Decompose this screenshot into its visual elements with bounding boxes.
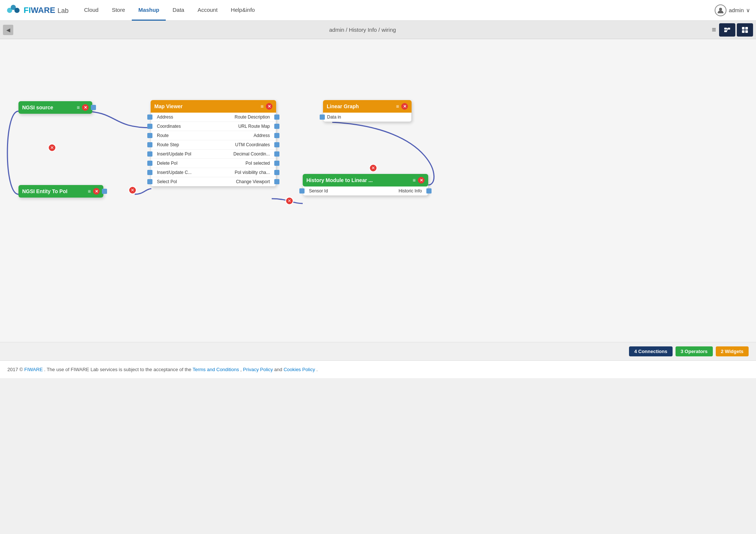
port-selectpoi-in[interactable] (147, 179, 152, 184)
copyright-text-before: 2017 © (7, 367, 24, 372)
map-viewer-row-insert-poi: Insert/Update PoI Decimal Coordin... (151, 150, 276, 159)
copyright-bar: 2017 © FIWARE . The use of FIWARE Lab se… (0, 360, 756, 378)
privacy-link[interactable]: Privacy Policy (243, 367, 273, 372)
map-viewer-close-icon[interactable]: ✕ (266, 103, 272, 110)
operators-badge: 3 Operators (676, 346, 713, 356)
port-poiselected-out[interactable] (274, 161, 279, 166)
copyright-text-middle: . The use of FIWARE Lab services is subj… (44, 367, 192, 372)
svg-rect-9 (742, 27, 745, 30)
port-coords-in[interactable] (147, 124, 152, 129)
port-address-out[interactable] (274, 133, 279, 138)
nav-helpinfo[interactable]: Help&info (224, 0, 261, 21)
ngsi-source-output-port[interactable] (91, 105, 96, 110)
historicinfo-label: Historic Info (365, 188, 424, 194)
port-poivisibility-out[interactable] (274, 170, 279, 175)
map-viewer-body: Address Route Description Coordinates UR… (151, 113, 276, 186)
ngsi-entity-output-port[interactable] (102, 189, 107, 194)
ngsi-entity-widget: NGSI Entity To PoI ≡ ✕ (18, 185, 103, 198)
svg-line-8 (727, 28, 728, 31)
sensorid-label: Sensor Id (307, 188, 365, 194)
ngsi-source-header: NGSI source ≡ ✕ (18, 101, 92, 114)
map-viewer-icons: ≡ ✕ (261, 103, 272, 110)
top-navigation: FIWARE Lab Cloud Store Mashup Data Accou… (0, 0, 756, 21)
copyright-and2: and (274, 367, 284, 372)
fiware-link[interactable]: FIWARE (24, 367, 43, 372)
connection-dot-3[interactable]: ✕ (285, 197, 293, 205)
linear-graph-close-icon[interactable]: ✕ (401, 103, 408, 110)
port-datain[interactable] (320, 114, 325, 120)
map-viewer-row-coords: Coordinates URL Route Map (151, 122, 276, 131)
history-module-header: History Module to Linear ... ≡ ✕ (303, 174, 428, 186)
breadcrumb: admin / History Info / wiring (16, 27, 709, 33)
port-sensorid-in[interactable] (299, 188, 305, 194)
linear-graph-datain-row: Data in (323, 113, 411, 121)
connections-badge: 4 Connections (629, 346, 673, 356)
port-decimal-out[interactable] (274, 151, 279, 157)
linear-graph-widget: Linear Graph ≡ ✕ Data in (323, 100, 412, 122)
nav-store[interactable]: Store (105, 0, 132, 21)
port-insertc-in[interactable] (147, 170, 152, 175)
connection-dot-1[interactable]: ✕ (48, 144, 56, 152)
admin-menu[interactable]: admin ∨ (715, 4, 750, 16)
wiring-button[interactable] (719, 23, 735, 37)
logo[interactable]: FIWARE Lab (6, 3, 69, 18)
svg-rect-5 (728, 28, 730, 30)
svg-rect-4 (724, 28, 727, 30)
map-viewer-row-address: Address Route Description (151, 113, 276, 122)
history-module-close-icon[interactable]: ✕ (418, 177, 425, 184)
admin-avatar-icon (715, 4, 726, 16)
linear-graph-header: Linear Graph ≡ ✕ (323, 100, 412, 113)
nav-cloud[interactable]: Cloud (78, 0, 105, 21)
port-urlroute-out[interactable] (274, 124, 279, 129)
ngsi-entity-label: NGSI Entity To PoI (22, 188, 68, 194)
history-module-menu-icon[interactable]: ≡ (413, 177, 416, 183)
svg-point-3 (719, 8, 722, 11)
connection-dot-4[interactable]: ✕ (369, 164, 377, 172)
breadcrumb-menu-button[interactable]: ≡ (709, 25, 719, 34)
history-module-body: Sensor Id Historic Info (303, 186, 428, 196)
svg-rect-7 (724, 30, 727, 32)
port-route-in[interactable] (147, 133, 152, 138)
nav-items: Cloud Store Mashup Data Account Help&inf… (78, 0, 715, 21)
nav-account[interactable]: Account (191, 0, 224, 21)
admin-button[interactable]: admin ∨ (715, 4, 750, 16)
ngsi-source-label: NGSI source (22, 105, 53, 110)
back-button[interactable]: ◀ (3, 25, 13, 35)
linear-graph-label: Linear Graph (327, 103, 359, 109)
port-utm-out[interactable] (274, 142, 279, 147)
map-viewer-row-select-poi: Select PoI Change Viewport (151, 177, 276, 186)
nav-mashup[interactable]: Mashup (132, 0, 166, 21)
history-module-icons: ≡ ✕ (413, 177, 425, 184)
port-address-in[interactable] (147, 114, 152, 120)
admin-chevron-icon: ∨ (746, 7, 750, 14)
ngsi-source-menu-icon[interactable]: ≡ (77, 105, 80, 110)
wiring-canvas: ✕ ✕ ✕ ✕ NGSI source ≡ ✕ NGSI Entity To P… (0, 39, 756, 342)
port-route-desc-out[interactable] (274, 114, 279, 120)
ngsi-source-close-icon[interactable]: ✕ (82, 104, 89, 111)
ngsi-entity-header: NGSI Entity To PoI ≡ ✕ (18, 185, 103, 198)
ngsi-entity-menu-icon[interactable]: ≡ (88, 188, 91, 194)
layout-button[interactable] (737, 23, 753, 37)
ngsi-entity-close-icon[interactable]: ✕ (93, 188, 100, 195)
port-viewport-out[interactable] (274, 179, 279, 184)
map-viewer-menu-icon[interactable]: ≡ (261, 103, 264, 109)
map-viewer-row-insert-c: Insert/Update C... PoI visibility cha... (151, 168, 276, 177)
linear-graph-icons: ≡ ✕ (396, 103, 408, 110)
widgets-badge: 2 Widgets (716, 346, 749, 356)
port-routestep-in[interactable] (147, 142, 152, 147)
ngsi-source-widget: NGSI source ≡ ✕ (18, 101, 92, 114)
nav-data[interactable]: Data (166, 0, 191, 21)
port-historicinfo-out[interactable] (426, 188, 432, 194)
linear-graph-menu-icon[interactable]: ≡ (396, 103, 399, 109)
admin-label: admin (729, 7, 744, 13)
port-deletepoi-in[interactable] (147, 161, 152, 166)
footer-bar: 4 Connections 3 Operators 2 Widgets (0, 342, 756, 360)
terms-link[interactable]: Terms and Conditions (193, 367, 239, 372)
copyright-period: . (316, 367, 318, 372)
port-insertpoi-in[interactable] (147, 151, 152, 157)
breadcrumb-bar: ◀ admin / History Info / wiring ≡ (0, 21, 756, 39)
svg-rect-12 (745, 30, 748, 33)
back-icon: ◀ (6, 27, 10, 33)
cookies-link[interactable]: Cookies Policy (284, 367, 315, 372)
connection-dot-2[interactable]: ✕ (128, 186, 137, 194)
